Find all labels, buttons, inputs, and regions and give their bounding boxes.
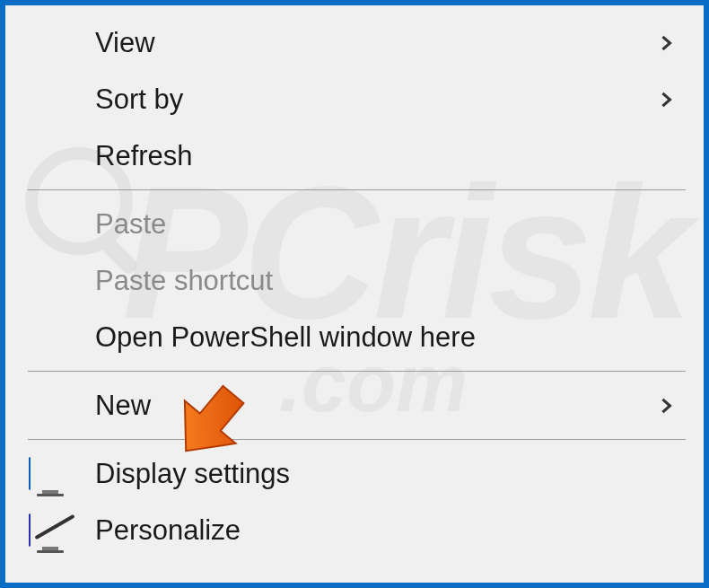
menu-item-sort-by[interactable]: Sort by (5, 71, 704, 127)
menu-item-label: Paste shortcut (95, 265, 648, 297)
submenu-indicator (648, 398, 684, 414)
submenu-indicator (648, 92, 684, 108)
monitor-icon (29, 458, 72, 490)
menu-separator (28, 371, 686, 372)
chevron-right-icon (658, 398, 674, 414)
menu-item-view[interactable]: View (5, 14, 704, 71)
menu-item-label: Open PowerShell window here (95, 321, 648, 354)
menu-separator (28, 189, 686, 190)
menu-item-refresh[interactable]: Refresh (5, 127, 704, 184)
menu-item-label: Sort by (95, 83, 648, 116)
menu-item-icon (5, 514, 95, 547)
menu-item-label: Refresh (95, 140, 648, 172)
menu-item-display-settings[interactable]: Display settings (5, 445, 704, 502)
menu-item-open-powershell[interactable]: Open PowerShell window here (5, 309, 704, 365)
menu-item-label: New (95, 390, 648, 422)
menu-item-paste: Paste (5, 196, 704, 252)
menu-item-label: Paste (95, 208, 648, 241)
chevron-right-icon (658, 92, 674, 108)
menu-item-new[interactable]: New (5, 377, 704, 434)
submenu-indicator (648, 35, 684, 51)
menu-item-paste-shortcut: Paste shortcut (5, 252, 704, 309)
menu-item-label: Display settings (95, 458, 648, 490)
context-menu-window: PCrisk .com View Sort by Refresh Paste (0, 0, 709, 588)
menu-item-label: Personalize (95, 514, 648, 547)
chevron-right-icon (658, 35, 674, 51)
personalize-icon (29, 514, 72, 547)
context-menu: View Sort by Refresh Paste Paste short (5, 5, 704, 567)
menu-separator (28, 439, 686, 440)
menu-item-icon (5, 458, 95, 490)
menu-item-personalize[interactable]: Personalize (5, 502, 704, 558)
menu-item-label: View (95, 27, 648, 59)
